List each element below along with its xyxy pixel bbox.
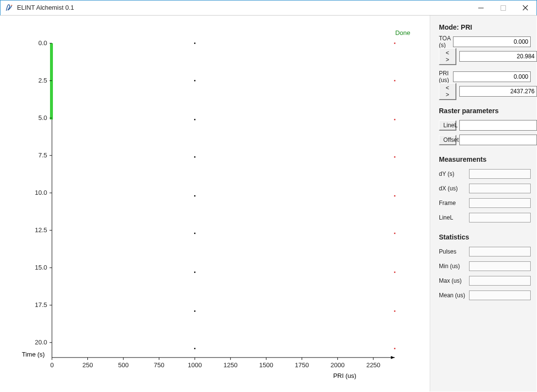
- window-title: ELINT Alchemist 0.1: [17, 4, 74, 11]
- toa-label: TOA (s): [439, 35, 453, 49]
- svg-text:5.0: 5.0: [38, 114, 47, 121]
- svg-text:PRI (us): PRI (us): [333, 372, 356, 379]
- svg-text:1250: 1250: [223, 361, 237, 369]
- svg-rect-51: [194, 43, 196, 44]
- svg-rect-55: [194, 195, 196, 197]
- min-value: [469, 261, 531, 271]
- svg-marker-7: [391, 356, 395, 359]
- svg-text:15.0: 15.0: [35, 264, 47, 271]
- close-button[interactable]: [514, 0, 537, 15]
- svg-rect-54: [194, 156, 196, 158]
- svg-rect-61: [394, 80, 396, 82]
- svg-rect-67: [394, 310, 396, 312]
- mean-label: Mean (us): [439, 292, 469, 299]
- side-panel: Mode: PRI TOA (s) < > PRI (us) < > Raste…: [430, 16, 537, 392]
- meas-title: Measurements: [439, 155, 531, 163]
- svg-rect-53: [194, 119, 196, 120]
- svg-text:750: 750: [154, 361, 165, 369]
- toa-start-input[interactable]: [453, 36, 531, 47]
- maximize-button[interactable]: [492, 0, 514, 15]
- toa-end-input[interactable]: [459, 51, 537, 62]
- svg-text:500: 500: [118, 361, 129, 369]
- svg-rect-62: [394, 119, 396, 120]
- svg-rect-57: [194, 272, 196, 273]
- svg-rect-60: [394, 43, 396, 44]
- pri-start-input[interactable]: [453, 71, 531, 82]
- min-label: Min (us): [439, 263, 469, 270]
- plot-area[interactable]: Done 0.02.55.07.510.012.515.017.520.0025…: [0, 16, 430, 392]
- mean-value: [469, 290, 531, 300]
- svg-text:Time (s): Time (s): [22, 351, 45, 358]
- svg-line-3: [523, 5, 528, 10]
- pri-nav-button[interactable]: < >: [439, 83, 456, 100]
- svg-text:12.5: 12.5: [35, 226, 47, 234]
- svg-text:1500: 1500: [259, 361, 273, 369]
- app-icon: [4, 2, 14, 12]
- svg-rect-59: [194, 348, 196, 349]
- linel-button[interactable]: LineL: [439, 120, 456, 131]
- max-label: Max (us): [439, 277, 469, 284]
- svg-rect-56: [194, 233, 196, 234]
- svg-text:2250: 2250: [366, 361, 380, 369]
- dx-value: [469, 184, 531, 193]
- svg-text:7.5: 7.5: [38, 152, 47, 159]
- svg-text:250: 250: [83, 361, 93, 369]
- pri-label: PRI (us): [439, 70, 453, 84]
- dy-label: dY (s): [439, 170, 469, 177]
- svg-rect-63: [394, 156, 396, 158]
- pri-end-input[interactable]: [459, 86, 537, 97]
- dy-value: [469, 169, 531, 179]
- svg-rect-58: [194, 310, 196, 312]
- svg-rect-52: [194, 80, 196, 82]
- dx-label: dX (us): [439, 185, 469, 192]
- svg-rect-10: [50, 43, 53, 119]
- toa-nav-button[interactable]: < >: [439, 48, 456, 65]
- svg-rect-65: [394, 233, 396, 234]
- svg-rect-64: [394, 195, 396, 197]
- minimize-button[interactable]: [470, 0, 492, 15]
- svg-text:20.0: 20.0: [35, 339, 47, 346]
- svg-text:2000: 2000: [331, 361, 345, 369]
- frame-label: Frame: [439, 200, 469, 206]
- svg-text:0: 0: [50, 361, 53, 369]
- chart-canvas: 0.02.55.07.510.012.515.017.520.002505007…: [0, 16, 430, 392]
- svg-text:17.5: 17.5: [35, 301, 47, 308]
- svg-rect-66: [394, 272, 396, 273]
- pulses-label: Pulses: [439, 248, 469, 255]
- svg-line-4: [523, 5, 528, 10]
- svg-text:0.0: 0.0: [38, 39, 47, 47]
- raster-title: Raster parameters: [439, 107, 531, 115]
- linel-value: [469, 213, 531, 222]
- svg-text:10.0: 10.0: [35, 189, 47, 196]
- max-value: [469, 276, 531, 286]
- linel-input[interactable]: [459, 120, 537, 131]
- svg-rect-2: [501, 5, 505, 10]
- svg-rect-68: [394, 348, 396, 349]
- svg-point-0: [11, 5, 13, 6]
- linel-label: LineL: [439, 214, 469, 221]
- offset-input[interactable]: [459, 135, 537, 145]
- svg-text:1750: 1750: [295, 361, 309, 369]
- offset-button[interactable]: Offset: [439, 135, 456, 145]
- titlebar: ELINT Alchemist 0.1: [0, 0, 537, 16]
- mode-title: Mode: PRI: [439, 23, 531, 31]
- svg-text:1000: 1000: [188, 361, 202, 369]
- svg-text:2.5: 2.5: [38, 77, 47, 84]
- stats-title: Statistics: [439, 233, 531, 241]
- pulses-value: [469, 247, 531, 256]
- frame-value: [469, 198, 531, 208]
